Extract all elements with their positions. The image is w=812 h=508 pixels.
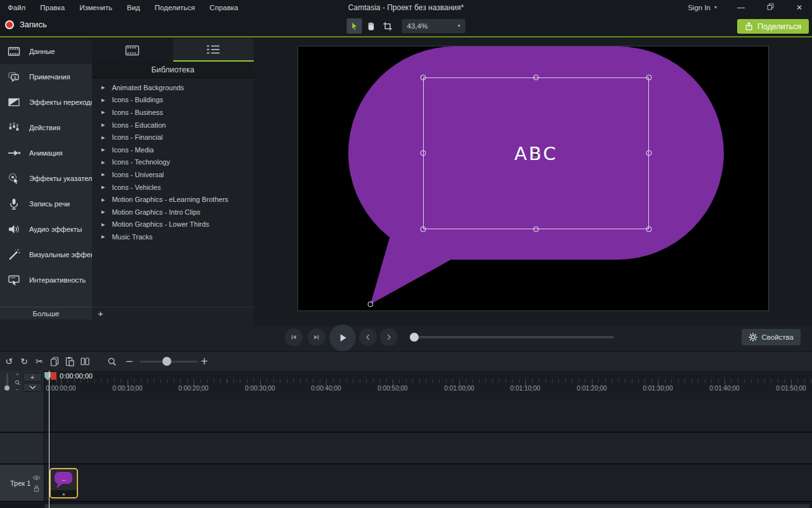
resize-handle-w[interactable] bbox=[421, 150, 426, 156]
menu-edit[interactable]: Правка bbox=[40, 4, 65, 11]
sign-in-menu[interactable]: Sign In ▾ bbox=[688, 4, 717, 11]
ruler-label: 0:01:00;00 bbox=[444, 385, 474, 392]
sidebar-item-cursor-effects[interactable]: Эффекты указателя bbox=[0, 166, 92, 191]
previous-frame-button[interactable] bbox=[285, 328, 303, 346]
library-folder[interactable]: ▶Music Tracks bbox=[92, 231, 254, 243]
more-button[interactable]: Больше bbox=[0, 307, 92, 319]
next-frame-button[interactable] bbox=[308, 328, 325, 346]
properties-button[interactable]: Свойства bbox=[742, 329, 801, 345]
copy-button[interactable] bbox=[47, 354, 62, 369]
callout-clip[interactable]: – ▲ bbox=[49, 468, 78, 498]
split-icon bbox=[80, 356, 90, 366]
track-visibility-toggle[interactable] bbox=[32, 472, 41, 483]
triangle-up-icon[interactable]: ▲ bbox=[62, 491, 66, 496]
vertical-zoom-widget[interactable]: + − bbox=[13, 372, 21, 392]
library-folder[interactable]: ▶Icons - Media bbox=[92, 144, 254, 156]
ruler-label: 0:01:30;00 bbox=[643, 385, 672, 392]
timeline-zoom-in-button[interactable]: + bbox=[197, 354, 212, 369]
library-folder[interactable]: ▶Motion Graphics - Lower Thirds bbox=[92, 218, 254, 231]
library-folder[interactable]: ▶Icons - Universal bbox=[92, 168, 254, 181]
add-track-button[interactable]: + bbox=[23, 373, 42, 382]
chevron-down-icon bbox=[29, 385, 36, 390]
close-button[interactable]: ✕ bbox=[794, 3, 804, 12]
menubar-right: Sign In ▾ — ✕ bbox=[688, 3, 804, 13]
resize-handle-nw[interactable] bbox=[421, 75, 426, 81]
library-folder[interactable]: ▶Icons - Vehicles bbox=[92, 181, 254, 194]
share-label: Поделиться bbox=[757, 22, 801, 31]
library-folder[interactable]: ▶Icons - Education bbox=[92, 119, 254, 131]
share-button[interactable]: Поделиться bbox=[737, 19, 809, 34]
sidebar-label: Эффекты указателя bbox=[29, 175, 96, 182]
library-folder[interactable]: ▶Icons - Financial bbox=[92, 131, 254, 144]
paste-button[interactable] bbox=[62, 354, 77, 369]
timeline-zoom-button[interactable] bbox=[104, 354, 119, 369]
split-button[interactable] bbox=[77, 354, 93, 369]
undo-button[interactable]: ↺ bbox=[1, 354, 16, 369]
seek-handle[interactable] bbox=[410, 333, 419, 342]
crop-tool-button[interactable] bbox=[380, 18, 395, 34]
behaviors-icon bbox=[6, 121, 22, 135]
sidebar-item-annotations[interactable]: a Примечания bbox=[0, 64, 92, 90]
resize-handle-s[interactable] bbox=[534, 227, 539, 232]
cut-button[interactable]: ✂ bbox=[32, 354, 47, 369]
minimize-button[interactable]: — bbox=[736, 3, 746, 12]
sidebar-item-transitions[interactable]: Эффекты переходов bbox=[0, 90, 92, 115]
library-folder[interactable]: ▶Icons - Technology bbox=[92, 156, 254, 169]
camtasia-window: Файл Правка Изменить Вид Поделиться Спра… bbox=[0, 0, 812, 508]
sidebar-item-audio-effects[interactable]: Аудио эффекты bbox=[0, 217, 92, 242]
hand-icon bbox=[365, 21, 376, 32]
zoom-dropdown[interactable]: 43,4% ▾ bbox=[402, 19, 466, 33]
cursor-arrow-icon bbox=[349, 21, 360, 32]
timeline-zoom-handle[interactable] bbox=[162, 357, 171, 366]
track-header bbox=[0, 394, 44, 432]
menu-modify[interactable]: Изменить bbox=[79, 4, 112, 11]
seek-bar[interactable] bbox=[412, 336, 614, 338]
menu-file[interactable]: Файл bbox=[8, 4, 25, 11]
tab-media[interactable] bbox=[92, 39, 173, 62]
sidebar-item-voice-narration[interactable]: Запись речи bbox=[0, 191, 92, 217]
resize-handle-e[interactable] bbox=[646, 150, 652, 156]
resize-handle-se[interactable] bbox=[646, 227, 652, 232]
playhead-out-marker[interactable] bbox=[51, 372, 56, 380]
add-button[interactable]: + bbox=[98, 309, 103, 318]
tab-library[interactable] bbox=[173, 39, 254, 62]
horizontal-scrollbar[interactable] bbox=[44, 504, 810, 508]
library-folder[interactable]: ▶Motion Graphics - Intro Clips bbox=[92, 206, 254, 218]
media-icon bbox=[6, 44, 22, 58]
select-tool-button[interactable] bbox=[347, 18, 362, 34]
minus-icon: − bbox=[16, 387, 19, 392]
record-button[interactable]: Запись bbox=[5, 20, 47, 29]
menu-share[interactable]: Поделиться bbox=[155, 4, 195, 11]
menu-help[interactable]: Справка bbox=[209, 4, 238, 11]
library-folder[interactable]: ▶Icons - Buildings bbox=[92, 94, 254, 107]
play-button[interactable] bbox=[329, 324, 356, 351]
track-lock-toggle[interactable] bbox=[33, 484, 40, 495]
playhead-line[interactable] bbox=[49, 371, 49, 508]
sidebar-item-animations[interactable]: Анимация bbox=[0, 140, 92, 166]
resize-handle-n[interactable] bbox=[534, 75, 539, 81]
library-folder[interactable]: ▶Animated Backgrounds bbox=[92, 81, 254, 94]
sidebar-bottom-row: Больше + bbox=[0, 307, 254, 319]
pan-tool-button[interactable] bbox=[363, 18, 379, 34]
library-folder[interactable]: ▶Motion Graphics - eLearning Brothers bbox=[92, 193, 254, 206]
track-height-handle[interactable] bbox=[4, 385, 10, 391]
stage[interactable]: ABC bbox=[298, 46, 769, 311]
next-clip-button[interactable] bbox=[380, 328, 398, 346]
sidebar-item-behaviors[interactable]: Действия bbox=[0, 115, 92, 140]
timeline-ruler[interactable]: 0:00:00;00 0:00:10;00 0:00:20;00 0:00:30… bbox=[0, 371, 812, 394]
redo-button[interactable]: ↻ bbox=[16, 354, 32, 369]
previous-clip-button[interactable] bbox=[359, 328, 377, 346]
tail-handle[interactable] bbox=[368, 302, 374, 307]
sidebar-item-interactivity[interactable]: Интерактивность bbox=[0, 267, 92, 293]
timeline-zoom-out-button[interactable]: − bbox=[122, 354, 137, 369]
resize-handle-sw[interactable] bbox=[421, 227, 426, 232]
resize-handle-ne[interactable] bbox=[646, 75, 652, 81]
sidebar-item-media[interactable]: Данные bbox=[0, 39, 92, 64]
collapse-tracks-button[interactable] bbox=[23, 383, 42, 392]
expand-arrow-icon: ▶ bbox=[102, 135, 105, 140]
restore-button[interactable] bbox=[765, 3, 775, 13]
library-folder[interactable]: ▶Icons - Business bbox=[92, 106, 254, 119]
selection-rectangle[interactable] bbox=[423, 77, 649, 229]
menu-view[interactable]: Вид bbox=[127, 4, 140, 11]
sidebar-item-visual-effects[interactable]: Визуальные эффекты bbox=[0, 242, 92, 267]
